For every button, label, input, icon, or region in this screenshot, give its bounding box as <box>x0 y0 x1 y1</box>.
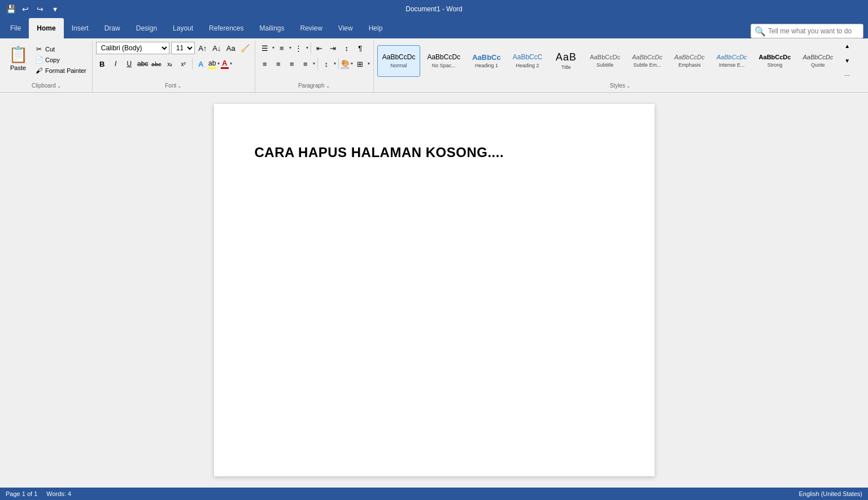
cut-label: Cut <box>45 46 55 53</box>
font-color-dropdown[interactable]: ▾ <box>230 62 232 66</box>
justify-button[interactable]: ≡ <box>299 58 312 70</box>
tell-me-search[interactable]: 🔍 <box>751 24 863 38</box>
document-page[interactable]: CARA HAPUS HALAMAN KOSONG.... <box>214 104 655 476</box>
tab-insert[interactable]: Insert <box>64 18 97 38</box>
tab-file[interactable]: File <box>2 18 29 38</box>
show-formatting-button[interactable]: ¶ <box>354 42 367 54</box>
font-name-select[interactable]: Calibri (Body) <box>96 42 169 54</box>
styles-scroll-down[interactable]: ▼ <box>841 55 853 67</box>
tab-draw[interactable]: Draw <box>97 18 128 38</box>
line-spacing-dropdown[interactable]: ▾ <box>334 62 336 66</box>
page-info[interactable]: Page 1 of 1 <box>6 490 37 497</box>
sep4 <box>338 58 339 69</box>
copy-button[interactable]: 📄 Copy <box>33 55 89 65</box>
paragraph-group: ☰ ▾ ≡ ▾ ⋮ ▾ ⇤ ⇥ ↕ ¶ ≡ ≡ ≡ ≡ ▾ ↕ ▾ <box>255 41 374 92</box>
borders-dropdown[interactable]: ▾ <box>368 62 370 66</box>
tab-design[interactable]: Design <box>128 18 165 38</box>
bold-button[interactable]: B <box>96 58 108 70</box>
style-quote[interactable]: AaBbCcDc Quote <box>797 45 838 77</box>
align-right-button[interactable]: ≡ <box>286 58 298 70</box>
font-size-select[interactable]: 11 <box>171 42 195 54</box>
increase-indent-button[interactable]: ⇥ <box>327 42 339 54</box>
clipboard-group: 📋 Paste ✂ Cut 📄 Copy 🖌 Format Painter <box>1 41 93 92</box>
paragraph-launcher[interactable]: ⌄ <box>326 83 330 89</box>
search-input[interactable] <box>768 27 860 35</box>
font-launcher[interactable]: ⌄ <box>177 83 182 89</box>
document-area: CARA HAPUS HALAMAN KOSONG.... <box>0 93 868 488</box>
paste-label: Paste <box>10 64 26 71</box>
decrease-font-button[interactable]: A↓ <box>211 42 223 54</box>
increase-font-button[interactable]: A↑ <box>197 42 209 54</box>
clipboard-launcher[interactable]: ⌄ <box>57 83 62 89</box>
customize-button[interactable]: ▾ <box>49 3 61 15</box>
language[interactable]: English (United States) <box>799 490 863 497</box>
style-subtitle[interactable]: AaBbCcDc Subtitle <box>585 45 625 77</box>
style-heading1[interactable]: AaBbCc Heading 1 <box>467 45 506 77</box>
sort-button[interactable]: ↕ <box>341 42 353 54</box>
underline-button[interactable]: U <box>123 58 136 70</box>
styles-more[interactable]: ⋯ <box>841 69 853 81</box>
undo-button[interactable]: ↩ <box>19 3 32 15</box>
clipboard-actions: ✂ Cut 📄 Copy 🖌 Format Painter <box>33 42 89 76</box>
styles-launcher[interactable]: ⌄ <box>626 83 631 89</box>
paragraph-group-label: Paragraph ⌄ <box>298 82 330 89</box>
redo-button[interactable]: ↪ <box>34 3 46 15</box>
align-center-button[interactable]: ≡ <box>272 58 285 70</box>
style-normal[interactable]: AaBbCcDc Normal <box>377 45 421 77</box>
line-spacing-button[interactable]: ↕ <box>320 58 333 70</box>
tab-references[interactable]: References <box>201 18 251 38</box>
title-bar-controls: 💾 ↩ ↪ ▾ <box>5 3 61 15</box>
change-case-button[interactable]: Aa <box>225 42 237 54</box>
style-no-spacing[interactable]: AaBbCcDc No Spac... <box>422 45 465 77</box>
bullets-dropdown[interactable]: ▾ <box>272 46 274 50</box>
align-left-button[interactable]: ≡ <box>259 58 271 70</box>
superscript-button[interactable]: x² <box>177 58 190 70</box>
highlight-color-button[interactable]: ab <box>208 59 216 69</box>
style-emphasis[interactable]: AaBbCcDc Emphasis <box>669 45 710 77</box>
borders-button[interactable]: ⊞ <box>354 58 367 70</box>
ribbon-tabs: File Home Insert Draw Design Layout Refe… <box>0 18 868 38</box>
save-button[interactable]: 💾 <box>5 3 17 15</box>
search-icon: 🔍 <box>754 26 766 37</box>
align-dropdown[interactable]: ▾ <box>313 62 315 66</box>
style-subtle-emphasis[interactable]: AaBbCcDc Subtle Em... <box>627 45 668 77</box>
style-strong[interactable]: AaBbCcDc Strong <box>754 45 796 77</box>
style-title[interactable]: AaB Title <box>549 45 583 77</box>
shading-dropdown[interactable]: ▾ <box>351 62 353 66</box>
tab-view[interactable]: View <box>330 18 361 38</box>
style-heading2[interactable]: AaBbCcC Heading 2 <box>508 45 548 77</box>
numbering-button[interactable]: ≡ <box>276 42 288 54</box>
paste-button[interactable]: 📋 Paste <box>5 42 32 73</box>
multilevel-dropdown[interactable]: ▾ <box>306 46 308 50</box>
font-group: Calibri (Body) 11 A↑ A↓ Aa 🧹 B I U abc a… <box>93 41 255 92</box>
styles-group-label: Styles ⌄ <box>610 82 631 89</box>
tab-mailings[interactable]: Mailings <box>251 18 292 38</box>
subscript-button[interactable]: x₂ <box>164 58 176 70</box>
word-count[interactable]: Words: 4 <box>46 490 71 497</box>
styles-row: AaBbCcDc Normal AaBbCcDc No Spac... AaBb… <box>377 41 853 81</box>
double-strikethrough-button[interactable]: a̶b̶c̶ <box>150 58 163 70</box>
numbering-dropdown[interactable]: ▾ <box>289 46 291 50</box>
cut-button[interactable]: ✂ Cut <box>33 44 89 54</box>
shading-button[interactable]: 🎨 <box>341 59 350 69</box>
strikethrough-button[interactable]: abc <box>137 58 149 70</box>
styles-scroll-up[interactable]: ▲ <box>841 41 853 53</box>
para-row-2: ≡ ≡ ≡ ≡ ▾ ↕ ▾ 🎨 ▾ ⊞ ▾ <box>259 58 370 70</box>
tab-home[interactable]: Home <box>29 18 63 38</box>
format-painter-label: Format Painter <box>45 67 86 74</box>
italic-button[interactable]: I <box>110 58 122 70</box>
tab-review[interactable]: Review <box>293 18 330 38</box>
bullets-button[interactable]: ☰ <box>259 42 271 54</box>
clear-formatting-button[interactable]: 🧹 <box>239 42 251 54</box>
font-group-label: Font ⌄ <box>165 82 182 89</box>
highlight-dropdown[interactable]: ▾ <box>217 62 220 66</box>
text-effects-button[interactable]: A <box>195 58 207 70</box>
multilevel-list-button[interactable]: ⋮ <box>293 42 305 54</box>
tab-help[interactable]: Help <box>361 18 391 38</box>
decrease-indent-button[interactable]: ⇤ <box>313 42 326 54</box>
font-color-button[interactable]: A <box>221 59 229 69</box>
style-intense-emphasis[interactable]: AaBbCcDc Intense E... <box>712 45 752 77</box>
sep2 <box>311 42 311 54</box>
tab-layout[interactable]: Layout <box>165 18 201 38</box>
format-painter-button[interactable]: 🖌 Format Painter <box>33 66 89 76</box>
